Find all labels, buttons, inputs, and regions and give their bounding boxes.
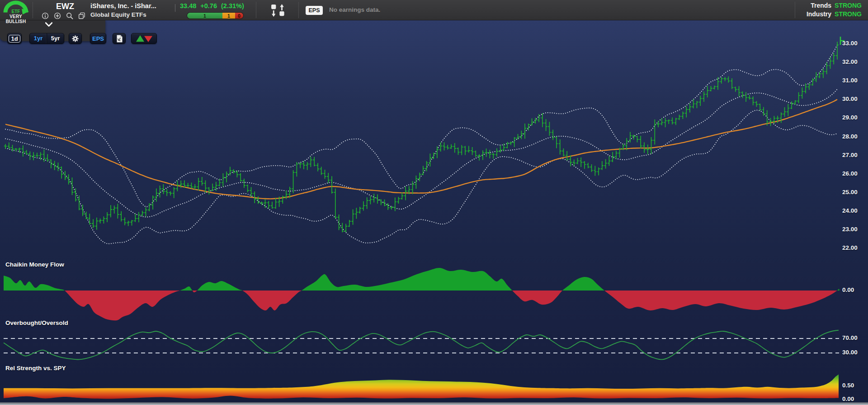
compare-icon[interactable] [269,4,288,17]
range-5yr-button[interactable]: 5yr [47,33,64,43]
range-1yr-button[interactable]: 1yr [30,33,47,43]
divider [33,2,33,18]
company-name: iShares, Inc. - iShar... [90,2,156,10]
chart-settings-button[interactable] [69,33,82,44]
y-axis-label: 0.00 [842,395,867,402]
window-bottom-edge [0,402,868,405]
eps-message: No earnings data. [329,6,380,13]
y-axis-label: 70.00 [842,334,867,341]
y-axis-label: 33.00 [842,40,867,47]
industry-label: Industry [807,10,831,18]
y-axis-label: 30.00 [842,95,867,102]
divider [795,2,795,18]
last-price: 33.48 [180,2,196,10]
y-axis-label: 31.00 [842,77,867,84]
eps-overlay-button[interactable]: EPS [90,33,106,44]
chevron-down-icon [45,22,52,27]
industry-value: STRONG [835,10,862,18]
ticker-actions [42,12,85,19]
gear-icon [72,35,79,42]
y-axis-label: 30.00 [842,349,867,356]
y-axis-label: 24.00 [842,207,867,214]
signals-toggle-button[interactable] [131,33,157,44]
range-toggle-button: 1yr 5yr [29,33,64,44]
etf-gauge-icon: ETF [0,0,32,15]
gauge-bullish-segment: 1 [187,13,222,19]
y-axis-label: 29.00 [842,114,867,121]
header-bar: ETF VERY BULLISH EWZ iShares, [0,0,868,20]
up-down-triangles-icon [134,34,154,43]
search-icon[interactable] [66,12,73,19]
strength-summary: TrendsSTRONG IndustrySTRONG [807,1,862,19]
ticker-symbol: EWZ [47,2,83,11]
divider [175,4,175,12]
trends-label: Trends [811,2,831,9]
panel-title-obos: Overbought/Oversold [5,319,68,326]
eps-overlay-label: EPS [92,35,104,42]
power-gauge-bar[interactable]: 1 1 0 [187,13,243,19]
industry-category: Global Equity ETFs [90,11,146,18]
price-quote: 33.48+0.76(2.31%) [180,2,248,10]
timeframe-1d-button[interactable]: 1d [7,33,22,44]
trends-value: STRONG [835,2,862,9]
y-axis-label: 0.50 [842,382,867,389]
svg-text:ETF: ETF [12,9,20,14]
y-axis-label: 28.00 [842,133,867,140]
y-axis-label: 25.00 [842,189,867,195]
price-change-pct: (2.31%) [221,2,244,10]
divider [298,2,299,18]
app-window: 1d 1yr 5yr EPS Chaikin Money Flow Ov [0,0,868,405]
eps-badge: EPS [306,6,323,15]
export-pdf-button[interactable] [113,33,126,44]
divider [256,2,256,18]
panel-title-relstrength: Rel Strength vs. SPY [5,365,66,372]
y-axis-label: 26.00 [842,170,867,177]
pdf-file-icon [116,35,123,43]
gauge-bearish-segment: 0 [235,13,243,19]
y-axis-label: 22.00 [842,244,867,251]
y-axis-label: 23.00 [842,226,867,233]
price-change: +0.76 [200,2,217,10]
gauge-neutral-segment: 1 [222,13,235,19]
add-to-list-icon[interactable] [54,12,61,19]
panel-title-cmf: Chaikin Money Flow [5,261,64,268]
power-gauge-rating-badge[interactable]: ETF VERY BULLISH [0,0,32,20]
y-axis-label: 27.00 [842,152,867,158]
rating-text: VERY BULLISH [0,14,32,24]
y-axis-label: 0.00 [842,286,867,293]
y-axis-label: 32.00 [842,58,867,65]
price-chart[interactable] [0,0,868,405]
info-icon[interactable] [42,12,49,19]
copy-pages-icon[interactable] [78,12,85,19]
timeframe-1d-label: 1d [9,35,20,43]
